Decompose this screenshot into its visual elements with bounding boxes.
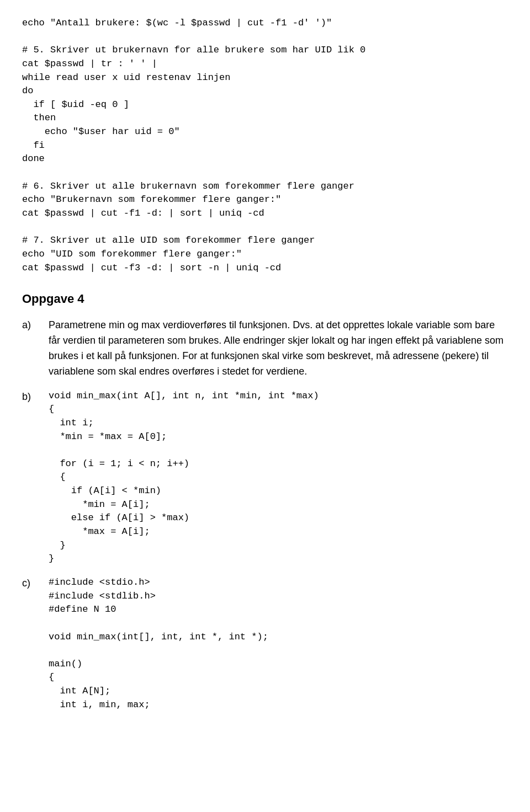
oppgave4-a-section: a) Parametrene min og max verdioverføres… <box>22 318 508 380</box>
oppgave4-c-section: c) #include <stdio.h> #include <stdlib.h… <box>22 576 508 712</box>
page-content: echo "Antall brukere: $(wc -l $passwd | … <box>22 17 508 712</box>
oppgave4-c-label: c) <box>22 576 49 712</box>
oppgave4-b-label: b) <box>22 389 49 566</box>
oppgave4-a-text: Parametrene min og max verdioverføres ti… <box>49 318 508 380</box>
oppgave4-b-code: void min_max(int A[], int n, int *min, i… <box>49 389 319 566</box>
code-section-top: echo "Antall brukere: $(wc -l $passwd | … <box>22 17 508 275</box>
oppgave4-b-section: b) void min_max(int A[], int n, int *min… <box>22 389 508 566</box>
oppgave4-heading: Oppgave 4 <box>22 290 508 308</box>
oppgave4-c-code: #include <stdio.h> #include <stdlib.h> #… <box>49 576 268 712</box>
oppgave4-a-label: a) <box>22 318 49 380</box>
